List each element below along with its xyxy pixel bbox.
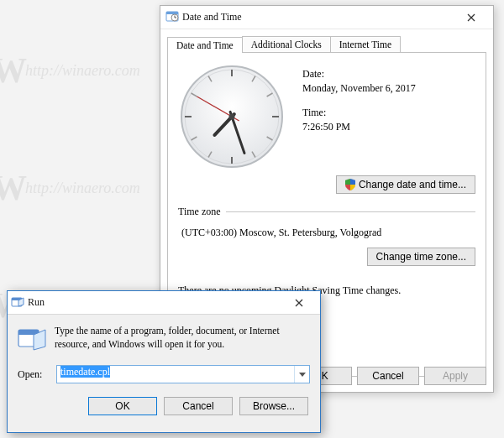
cancel-button[interactable]: Cancel	[357, 367, 419, 385]
change-time-zone-label: Change time zone...	[376, 251, 466, 263]
titlebar[interactable]: Run	[8, 291, 320, 315]
run-icon	[11, 295, 24, 311]
date-value: Monday, November 6, 2017	[302, 82, 475, 95]
run-app-icon	[18, 325, 46, 353]
open-label: Open:	[18, 368, 50, 381]
change-date-time-label: Change date and time...	[359, 179, 466, 190]
open-input-value: timedate.cpl	[60, 366, 110, 378]
browse-button[interactable]: Browse...	[239, 397, 308, 415]
run-description: Type the name of a program, folder, docu…	[55, 325, 310, 351]
open-input[interactable]: timedate.cpl	[57, 366, 294, 383]
tab-bar: Date and Time Additional Clocks Internet…	[167, 33, 486, 53]
apply-button[interactable]: Apply	[424, 367, 486, 385]
tab-additional-clocks[interactable]: Additional Clocks	[242, 36, 331, 52]
time-label: Time:	[302, 107, 475, 119]
cancel-button[interactable]: Cancel	[164, 397, 233, 415]
chevron-down-icon[interactable]	[294, 366, 309, 383]
change-date-time-button[interactable]: Change date and time...	[336, 175, 475, 194]
run-dialog: Run Type the name of a program, folder, …	[7, 290, 321, 433]
open-combobox[interactable]: timedate.cpl	[56, 365, 310, 383]
tab-internet-time[interactable]: Internet Time	[330, 36, 401, 52]
time-zone-value: (UTC+03:00) Moscow, St. Petersburg, Volg…	[181, 227, 475, 239]
change-time-zone-button[interactable]: Change time zone...	[367, 248, 475, 266]
date-time-icon	[165, 9, 179, 26]
divider	[226, 211, 475, 212]
dialog-buttons: OK Cancel Browse...	[18, 397, 310, 415]
window-title: Run	[24, 296, 281, 309]
time-zone-header: Time zone	[178, 206, 221, 218]
titlebar[interactable]: Date and Time	[160, 6, 493, 29]
ok-button[interactable]: OK	[88, 397, 157, 415]
window-title: Date and Time	[179, 11, 454, 23]
analog-clock	[178, 63, 286, 170]
svg-rect-1	[166, 12, 178, 14]
shield-icon	[345, 179, 355, 190]
tab-date-and-time[interactable]: Date and Time	[167, 37, 243, 53]
close-button[interactable]	[454, 8, 488, 27]
svg-point-24	[229, 114, 235, 120]
close-button[interactable]	[281, 293, 317, 313]
time-value: 7:26:50 PM	[302, 121, 475, 133]
date-label: Date:	[302, 68, 475, 81]
